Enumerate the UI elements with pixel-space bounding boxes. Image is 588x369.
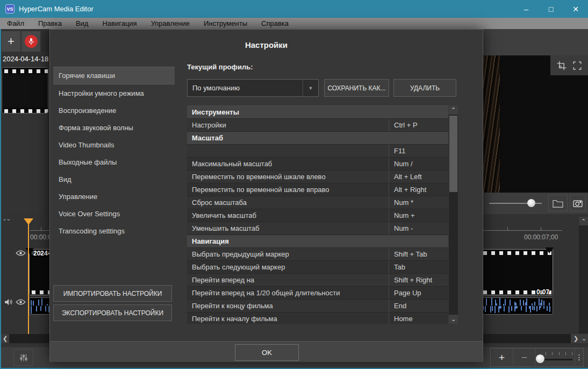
hotkey-action: Переместить по временной шкале вправо [187,186,389,194]
playhead-line[interactable] [28,219,29,338]
scrollbar-thumb[interactable] [449,116,457,192]
settings-dialog: Настройки Горячие клавишиНастройки умног… [49,29,483,361]
menu-item-6[interactable]: Справка [254,19,296,27]
hotkey-action: Выбрать предыдущий маркер [187,250,389,258]
scroll-right-icon[interactable]: ❯ [572,334,580,343]
sidebar-item-6[interactable]: Вид [53,171,175,188]
hotkey-row[interactable]: F11 [187,145,448,158]
playhead-handle[interactable] [24,218,33,225]
hotkey-action: Перейти вперед на [187,276,389,284]
hotkey-key: Shift + Right [389,274,448,286]
hotkey-action: Масштаб [187,134,389,142]
hotkey-row[interactable]: Выбрать предыдущий маркерShift + Tab [187,248,448,261]
sidebar-item-8[interactable]: Voice Over Settings [53,205,175,222]
hotkey-section-row[interactable]: Инструменты [187,106,448,119]
menu-item-4[interactable]: Управление [144,19,197,27]
minimize-button[interactable]: – [514,0,539,18]
hotkey-row[interactable]: Перейти к концу фильмаEnd [187,300,448,313]
crop-icon[interactable] [556,60,567,71]
hotkey-row[interactable]: Увеличить масштабNum + [187,209,448,222]
scroll-down-icon[interactable]: ⌄ [449,315,458,324]
audio-track-visibility-icon[interactable] [16,299,26,306]
media-panel: + 2024-04-14-18 [1,29,48,215]
hotkey-section-row[interactable]: Навигация [187,235,448,248]
zoom-slider[interactable] [536,348,575,367]
chevron-down-icon[interactable]: ▼ [303,80,318,96]
import-settings-button[interactable]: ИМПОРТИРОВАТЬ НАСТРОЙКИ [53,285,172,302]
sidebar-item-9[interactable]: Transcoding setttings [53,222,175,239]
hotkey-action: Уменьшить масштаб [187,224,389,232]
sidebar-item-3[interactable]: Форма звуковой волны [53,119,175,136]
hotkey-row[interactable]: Перейти вперед на 1/20 общей длительност… [187,287,448,300]
toolbar-tile[interactable] [41,31,48,52]
hotkey-key: Home [389,313,448,324]
zoom-out-button[interactable]: − [513,348,536,367]
hotkey-section-row[interactable]: Масштаб [187,132,448,145]
maximize-button[interactable]: □ [539,0,563,18]
hotkey-key: Tab [389,261,448,273]
microphone-icon [25,35,38,48]
sidebar-item-7[interactable]: Управление [53,188,175,205]
open-folder-button[interactable] [548,195,568,211]
media-clip-thumbnail[interactable] [2,67,48,113]
hotkey-action: Настройки [187,121,389,129]
profile-dropdown[interactable]: По умолчанию ▼ [187,79,319,97]
menu-item-2[interactable]: Вид [69,19,96,27]
sidebar-item-2[interactable]: Воспроизведение [53,102,175,119]
ok-button[interactable]: OK [235,344,299,361]
dialog-title: Настройки [50,40,483,49]
collapse-tracks-icon[interactable]: ⌄⌄ [2,215,10,222]
close-button[interactable]: ✕ [563,0,588,18]
menu-item-0[interactable]: Файл [0,19,31,27]
scroll-down-icon[interactable]: ⌄ [580,334,588,343]
timeline-vertical-scrollbar[interactable]: ⌃ [579,217,588,333]
hotkey-row[interactable]: Выбрать следующий маркерTab [187,261,448,274]
current-profile-label: Текущий профиль: [187,63,253,71]
menu-item-3[interactable]: Навигация [95,19,144,27]
sidebar-item-1[interactable]: Настройки умного режима [53,84,175,102]
export-settings-button[interactable]: ЭКСПОРТИРОВАТЬ НАСТРОЙКИ [53,304,172,321]
filmstrip-bottom [2,108,48,113]
hotkey-row[interactable]: Максимальный масштабNum / [187,158,448,171]
filmstrip-top [2,68,48,74]
sidebar-item-0[interactable]: Горячие клавиши [53,67,175,84]
sidebar-item-4[interactable]: Video Thumbnails [53,136,175,153]
fullscreen-icon[interactable] [572,61,582,70]
preview-toolbar [482,29,588,55]
hotkey-key: End [389,300,448,312]
menu-bar: ФайлПравкаВидНавигацияУправлениеИнструме… [0,18,588,29]
scroll-left-icon[interactable]: ❮ [1,334,9,343]
hotkeys-scrollbar[interactable]: ⌃ ⌄ [449,105,458,324]
menu-item-5[interactable]: Инструменты [197,19,254,27]
hotkey-row[interactable]: Переместить по временной шкале вправоAlt… [187,183,448,196]
video-track-visibility-icon[interactable] [16,250,26,257]
scroll-up-icon[interactable]: ⌃ [449,105,458,115]
save-profile-as-button[interactable]: СОХРАНИТЬ КАК... [324,79,389,97]
add-media-button[interactable]: + [2,31,20,52]
audio-mixer-button[interactable] [13,349,33,366]
window-title: HyperCam Media Editor [19,5,94,13]
menu-item-1[interactable]: Правка [31,19,69,27]
hotkey-row[interactable]: Сброс масштабаNum * [187,196,448,209]
hotkey-row[interactable]: Уменьшить масштабNum - [187,222,448,235]
scroll-up-icon[interactable]: ⌃ [579,217,588,225]
hotkey-action: Переместить по временной шкале влево [187,173,389,181]
profile-dropdown-value: По умолчанию [188,84,303,92]
hotkey-action: Перейти к концу фильма [187,302,389,310]
hotkey-key: F11 [389,145,448,157]
hotkey-row[interactable]: Переместить по временной шкале влевоAlt … [187,171,448,183]
zoom-in-button[interactable]: + [491,348,513,367]
record-voice-button[interactable] [21,31,40,52]
hotkey-row[interactable]: НастройкиCtrl + P [187,119,448,132]
clip-end-marker[interactable] [545,247,554,253]
sidebar-item-5[interactable]: Выходные файлы [53,153,175,171]
zoom-slider-knob[interactable] [536,354,544,363]
hotkey-key [389,235,448,247]
delete-profile-button[interactable]: УДАЛИТЬ [393,79,456,97]
more-options-icon[interactable]: ⋮ [575,348,583,367]
hotkey-row[interactable]: Перейти к началу фильмаHome [187,313,448,324]
preview-slider-knob[interactable] [527,199,535,207]
hotkey-row[interactable]: Перейти вперед наShift + Right [187,274,448,287]
snapshot-button[interactable] [570,195,586,211]
audio-track-mute-icon[interactable] [4,298,13,306]
